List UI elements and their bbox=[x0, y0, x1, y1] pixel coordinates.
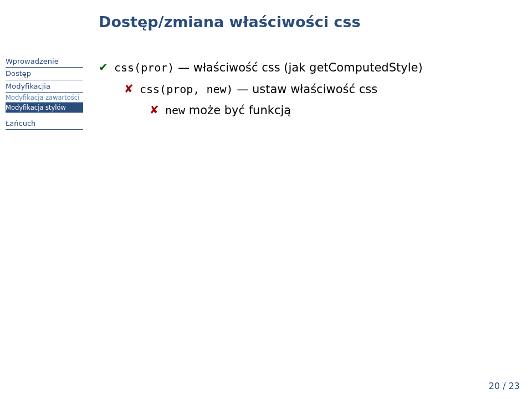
bullet-item-3: ✘ new może być funkcją bbox=[150, 101, 498, 120]
bullet-item-2: ✘ css(prop, new) — ustaw właściwość css bbox=[124, 80, 498, 99]
slide-title: Dostęp/zmiana właściwości css bbox=[99, 13, 361, 30]
code-css-prop-new: css(prop, new) bbox=[140, 83, 233, 96]
bullet-text-3: new może być funkcją bbox=[165, 101, 498, 120]
x-icon: ✘ bbox=[150, 101, 165, 119]
code-new: new bbox=[165, 104, 185, 117]
sidebar-item-lancuch[interactable]: Łańcuch bbox=[6, 117, 83, 130]
content-area: ✔ css(pror) — właściwość css (jak getCom… bbox=[99, 59, 498, 123]
sidebar-sub-modyfikacja-zawartosci[interactable]: Modyfikacja zawartości bbox=[6, 93, 83, 103]
text-3-rest: może być funkcją bbox=[185, 104, 291, 117]
bullet-text-1: css(pror) — właściwość css (jak getCompu… bbox=[114, 59, 498, 77]
code-css-pror: css(pror) bbox=[114, 61, 174, 74]
text-1-rest: — właściwość css (jak getComputedStyle) bbox=[174, 61, 422, 74]
x-icon: ✘ bbox=[124, 80, 140, 98]
bullet-item-1: ✔ css(pror) — właściwość css (jak getCom… bbox=[99, 59, 498, 77]
page-number: 20 / 23 bbox=[489, 381, 520, 391]
sidebar-item-dostep[interactable]: Dostęp bbox=[6, 68, 83, 80]
check-icon: ✔ bbox=[99, 59, 114, 76]
text-2-rest: — ustaw właściwość css bbox=[233, 83, 378, 96]
sidebar-item-wprowadzenie[interactable]: Wprowadzenie bbox=[6, 55, 83, 68]
sidebar-item-modyfikacjia[interactable]: Modyfikacjia bbox=[6, 80, 83, 93]
page-total: 23 bbox=[509, 381, 520, 391]
sidebar: Wprowadzenie Dostęp Modyfikacjia Modyfik… bbox=[6, 55, 83, 130]
page-current: 20 bbox=[489, 381, 500, 391]
sidebar-sub-modyfikacja-stylow[interactable]: Modyfikacja stylów bbox=[6, 103, 83, 112]
bullet-text-2: css(prop, new) — ustaw właściwość css bbox=[140, 80, 498, 99]
